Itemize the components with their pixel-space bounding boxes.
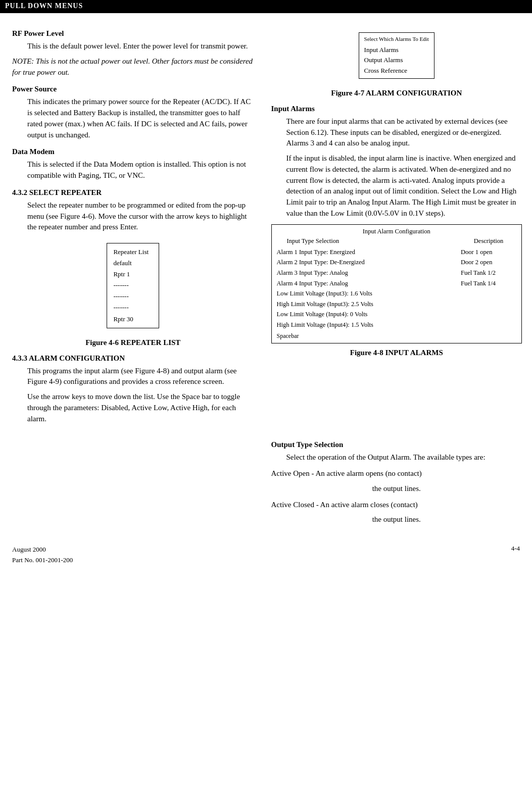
bottom-right: Output Type Selection Select the operati… [266,433,533,529]
page-header-title: PULL DOWN MENUS [5,2,83,10]
rf-power-para1: This is the default power level. Enter t… [27,41,254,52]
right-column: Select Which Alarms To Edit Input Alarms… [266,13,533,433]
spacebar-label: Spacebar [277,332,517,340]
input-alarms-para2: If the input is disabled, the input alar… [286,153,522,219]
repeater-item-dash3: ------- [113,302,149,313]
repeater-list-box: Repeater List default Rptr 1 ------- ---… [107,243,159,328]
alarm-right-col: Description Door 1 open Door 2 open Fuel… [461,237,516,330]
left-column: RF Power Level This is the default power… [0,13,266,433]
alarm-row-6-right [461,299,516,310]
repeater-list-title: Repeater List [113,246,149,258]
alarm-box-title: Input Alarm Configuration [277,228,517,235]
alarm-select-title: Select Which Alarms To Edit [364,35,429,44]
alarm-row-1-right: Door 1 open [461,247,516,258]
repeater-item-dash1: ------- [113,280,149,291]
alarm-row-3-left: Alarm 3 Input Type: Analog [277,268,461,278]
rf-power-level-heading: RF Power Level [12,29,254,38]
power-source-para: This indicates the primary power source … [27,96,254,140]
power-source-heading: Power Source [12,85,254,93]
figure7-label: Figure 4-7 ALARM CONFIGURATION [271,89,522,97]
output-type-heading: Output Type Selection [271,440,522,449]
footer-part: Part No. 001-2001-200 [12,555,73,566]
bottom-section: Output Type Selection Select the operati… [0,433,532,529]
section-432-heading: 4.3.2 SELECT REPEATER [12,188,254,197]
active-closed-label: Active Closed - An active alarm closes (… [271,500,522,511]
alarm-col-left-header: Input Type Selection [277,237,461,245]
active-open-sub: the output lines. [271,483,522,495]
active-open-text: Active Open - An active alarm opens (no … [271,469,422,477]
alarm-row-1-left: Alarm 1 Input Type: Energized [277,247,461,258]
alarm-col-right-header: Description [461,237,516,245]
active-closed-sub: the output lines. [271,514,522,525]
alarm-row-2-left: Alarm 2 Input Type: De-Energized [277,257,461,268]
active-closed-text: Active Closed - An active alarm closes (… [271,501,418,509]
alarm-row-4-left: Alarm 4 Input Type: Analog [277,278,461,289]
active-open-label: Active Open - An active alarm opens (no … [271,468,522,479]
page-header: PULL DOWN MENUS [0,0,532,12]
repeater-list-container: Repeater List default Rptr 1 ------- ---… [12,238,254,333]
footer-date: August 2000 [12,545,73,555]
repeater-item-rptr1: Rptr 1 [113,269,149,280]
alarm-grid: Input Type Selection Alarm 1 Input Type:… [277,237,517,330]
alarm-select-box: Select Which Alarms To Edit Input Alarms… [359,32,434,79]
alarm-row-6-left: High Limit Voltage (Input3): 2.5 Volts [277,299,461,310]
alarm-row-8-right [461,320,516,330]
alarm-select-item-cross: Cross Reference [364,66,429,76]
data-modem-heading: Data Modem [12,147,254,156]
repeater-item-default: default [113,258,149,269]
figure8-label: Figure 4-8 INPUT ALARMS [271,349,522,357]
section-433-heading: 4.3.3 ALARM CONFIGURATION [12,354,254,363]
alarm-config-para1: This programs the input alarm (see Figur… [27,366,254,388]
alarm-row-7-right [461,309,516,320]
alarm-row-5-right [461,288,516,299]
alarm-row-4-right: Fuel Tank 1/4 [461,278,516,289]
main-content: RF Power Level This is the default power… [0,13,532,433]
alarm-select-item-input: Input Alarms [364,45,429,56]
output-type-para: Select the operation of the Output Alarm… [286,452,522,463]
bottom-left [0,433,266,529]
alarm-row-5-left: Low Limit Voltage (Input3): 1.6 Volts [277,288,461,299]
alarm-row-3-right: Fuel Tank 1/2 [461,268,516,278]
rf-power-note: NOTE: This is not the actual power out l… [12,56,254,78]
alarm-row-7-left: Low Limit Voltage (Input4): 0 Volts [277,309,461,320]
alarm-config-para2: Use the arrow keys to move down the list… [27,391,254,424]
alarm-row-8-left: High Limit Voltage (Input4): 1.5 Volts [277,320,461,330]
alarm-select-box-container: Select Which Alarms To Edit Input Alarms… [271,27,522,84]
input-alarms-heading: Input Alarms [271,105,522,113]
data-modem-para: This is selected if the Data Modem optio… [27,159,254,181]
input-alarm-config-box: Input Alarm Configuration Input Type Sel… [271,224,522,343]
alarm-row-2-right: Door 2 open [461,257,516,268]
footer-right: 4-4 [511,545,520,566]
alarm-select-item-output: Output Alarms [364,55,429,66]
repeater-item-dash2: ------- [113,291,149,302]
figure6-label: Figure 4-6 REPEATER LIST [12,338,254,347]
alarm-left-col: Input Type Selection Alarm 1 Input Type:… [277,237,461,330]
page-footer: August 2000 Part No. 001-2001-200 4-4 [0,539,532,569]
input-alarms-para1: There are four input alarms that can be … [286,116,522,149]
select-repeater-para: Select the repeater number to be program… [27,200,254,233]
repeater-item-rptr30: Rptr 30 [113,314,149,325]
footer-left: August 2000 Part No. 001-2001-200 [12,545,73,566]
